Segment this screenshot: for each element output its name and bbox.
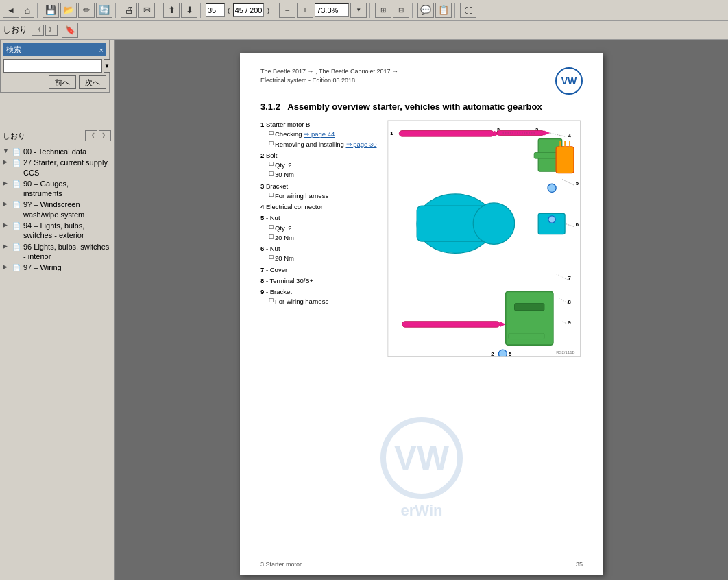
left-panel-title: しおり (3, 131, 25, 141)
part-9-sub1: ☐ For wiring harness (260, 297, 380, 306)
part-3-sub1-text: For wiring harness (275, 191, 328, 201)
bookmark-button[interactable]: 🔖 (62, 23, 78, 38)
parts-list: 1 Starter motor B ☐ Checking ⇒ page 44 ☐… (260, 120, 380, 358)
part-2-sub2-text: 30 Nm (275, 170, 294, 180)
zoom-out-button[interactable]: − (279, 3, 295, 18)
tree-item-27[interactable]: ▶ 📄 27 Starter, current supply, CCS (1, 157, 112, 178)
toolbar-row2: しおり 《 》 🔖 (0, 21, 728, 40)
search-dropdown-button[interactable]: ▼ (104, 59, 110, 73)
tree-label-00: 00 - Technical data (23, 147, 111, 156)
fit-width-button[interactable]: ⊞ (375, 3, 391, 18)
svg-rect-29 (509, 333, 544, 339)
header-line2: Electrical system - Edition 03.2018 (260, 76, 398, 85)
highlight-button[interactable]: 💬 (417, 3, 434, 18)
zoom-dropdown-button[interactable]: ▼ (350, 3, 367, 18)
left-collapse-button[interactable]: 》 (99, 130, 111, 141)
toolbar-separator3 (158, 3, 160, 18)
svg-point-23 (548, 184, 556, 192)
toolbar-separator5 (274, 3, 276, 18)
left-panel-header: しおり 《 》 (0, 129, 114, 143)
part-2-num: 2 (260, 152, 264, 159)
tree-view: ▼ 📄 00 - Technical data ▶ 📄 27 Starter, … (0, 143, 114, 580)
tree-icon-94: 📄 (12, 221, 22, 230)
tree-item-97[interactable]: ▶ 📄 97 – Wiring (1, 262, 112, 273)
vw-watermark-logo: VW (380, 417, 463, 499)
tree-item-00[interactable]: ▼ 📄 00 - Technical data (1, 146, 112, 157)
right-panel: The Beetle 2017 → , The Beetle Cabriolet… (115, 40, 728, 580)
svg-point-11 (473, 203, 514, 244)
search-prev-button[interactable]: 前へ (49, 75, 76, 89)
part-6-name: - Nut (266, 245, 280, 252)
part-9: 9 - Bracket ☐ For wiring harness (260, 287, 380, 307)
home-button[interactable]: ⌂ (21, 3, 34, 18)
part-1-sub2: ☐ Removing and installing ⇒ page 30 (260, 140, 380, 149)
search-input[interactable] (3, 59, 102, 73)
search-titlebar: 検索 × (3, 43, 106, 56)
edit-button[interactable]: ✏ (78, 3, 95, 18)
svg-text:6: 6 (576, 221, 579, 228)
print-button[interactable]: 🖨 (121, 3, 137, 18)
part-6-num: 6 (260, 245, 264, 252)
tree-icon-27: 📄 (12, 158, 22, 167)
page-header: The Beetle 2017 → , The Beetle Cabriolet… (260, 67, 583, 95)
page-number-input[interactable]: 35 (206, 3, 225, 17)
back-button[interactable]: ◄ (3, 3, 19, 18)
svg-text:8: 8 (568, 299, 571, 305)
toolbar2-collapse-button[interactable]: 》 (45, 25, 58, 36)
part-1-link1[interactable]: ⇒ page 44 (304, 130, 335, 138)
page-separator: ( (226, 6, 232, 14)
svg-line-39 (559, 298, 568, 304)
svg-line-35 (550, 133, 565, 136)
toolbar-row1: ◄ ⌂ 💾 📂 ✏ 🔄 🖨 ✉ ⬆ ⬇ 35 ( 45 / 200 ) − + … (0, 0, 728, 21)
tree-item-96[interactable]: ▶ 📄 96 Lights, bulbs, switches - interio… (1, 241, 112, 263)
search-panel: 検索 × ▼ 前へ 次へ (0, 40, 110, 93)
checkbox-icon9: ☐ (269, 297, 274, 305)
part-5-sub1-text: Qty. 2 (275, 223, 292, 233)
toolbar-separator7 (412, 3, 415, 18)
tree-label-90: 90 – Gauges,instruments (23, 179, 111, 199)
save-button[interactable]: 💾 (43, 3, 59, 18)
tree-item-94[interactable]: ▶ 📄 94 – Lights, bulbs, switches - exter… (1, 220, 112, 241)
zoom-in-button[interactable]: + (297, 3, 313, 18)
nav-down-button[interactable]: ⬇ (181, 3, 197, 18)
svg-rect-18 (556, 147, 574, 173)
svg-line-37 (565, 223, 574, 226)
part-8-name: - Terminal 30/B+ (266, 277, 313, 285)
note-button[interactable]: 📋 (435, 3, 452, 18)
part-4: 4 Electrical connector (260, 202, 380, 212)
part-6-sub1: ☐ 20 Nm (260, 254, 380, 263)
tree-label-27: 27 Starter, current supply, CCS (23, 158, 111, 178)
nav-up-button[interactable]: ⬆ (163, 3, 180, 18)
email-button[interactable]: ✉ (138, 3, 155, 18)
svg-point-30 (498, 350, 507, 357)
part-2-sub1: ☐ Qty. 2 (260, 160, 380, 170)
checkbox-icon5: ☐ (269, 191, 274, 200)
footer-left: 3 Starter motor (260, 561, 302, 568)
left-header-buttons: 《 》 (85, 130, 111, 141)
svg-text:RS2/111B: RS2/111B (556, 350, 575, 354)
sync-button[interactable]: 🔄 (96, 3, 112, 18)
zoom-input[interactable]: 73.3% (315, 3, 349, 17)
svg-text:2: 2 (491, 351, 494, 357)
part-1-link2[interactable]: ⇒ page 30 (346, 141, 377, 148)
open-button[interactable]: 📂 (60, 3, 77, 18)
tree-icon-92: 📄 (12, 200, 22, 209)
fullscreen-button[interactable]: ⛶ (460, 3, 476, 18)
part-1-sub1: ☐ Checking ⇒ page 44 (260, 130, 380, 139)
toolbar-separator (37, 3, 40, 18)
search-close-button[interactable]: × (99, 46, 104, 54)
tree-item-90[interactable]: ▶ 📄 90 – Gauges,instruments (1, 178, 112, 200)
fit-page-button[interactable]: ⊟ (393, 3, 409, 18)
toolbar-separator2 (115, 3, 118, 18)
svg-text:5: 5 (576, 180, 579, 186)
part-5: 5 - Nut ☐ Qty. 2 ☐ 20 Nm (260, 213, 380, 243)
parts-diagram-svg: 1 2 3 4 5 6 7 8 (387, 120, 583, 357)
search-next-button[interactable]: 次へ (79, 75, 106, 89)
tree-label-96: 96 Lights, bulbs, switches - interior (23, 242, 111, 262)
left-expand-button[interactable]: 《 (85, 130, 97, 141)
svg-point-24 (548, 216, 555, 223)
tree-item-92[interactable]: ▶ 📄 9? – Windscreen wash/wipe system (1, 199, 112, 220)
toolbar2-expand-button[interactable]: 《 (32, 25, 44, 36)
tree-icon-97: 📄 (12, 263, 22, 272)
svg-marker-26 (500, 322, 506, 328)
